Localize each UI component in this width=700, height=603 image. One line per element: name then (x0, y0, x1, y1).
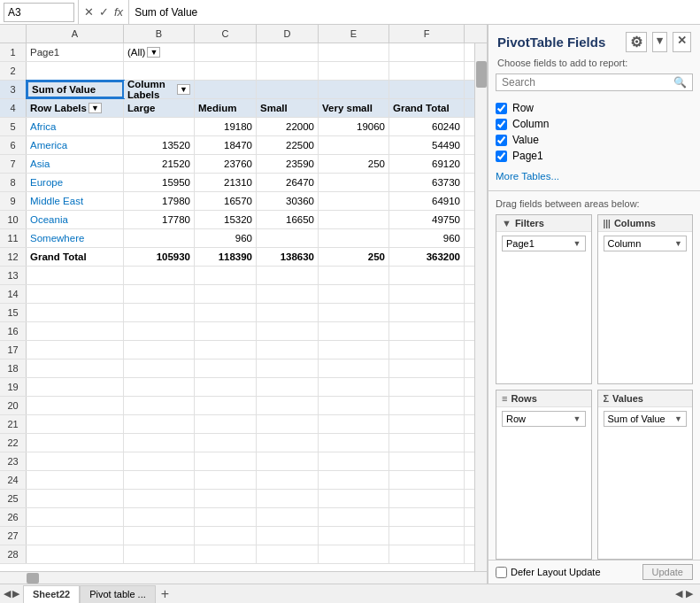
cell-c9[interactable]: 16570 (195, 192, 257, 210)
defer-checkbox[interactable]: Defer Layout Update (496, 567, 601, 578)
tab-sheet22[interactable]: Sheet22 (23, 585, 80, 603)
cell-f2[interactable] (389, 62, 465, 80)
cell-d4[interactable]: Small (257, 99, 319, 117)
cell-c3[interactable] (195, 81, 257, 98)
cell-d8[interactable]: 26470 (257, 174, 319, 191)
cell-b8[interactable]: 15950 (124, 174, 195, 191)
page-filter-dropdown[interactable]: ▼ (147, 47, 160, 58)
cell-d6[interactable]: 22500 (257, 136, 319, 154)
cell-b10[interactable]: 17780 (124, 211, 195, 228)
cell-e9[interactable] (319, 192, 389, 210)
cell-a4[interactable]: Row Labels ▼ (27, 99, 124, 117)
cell-f9[interactable]: 64910 (389, 192, 465, 210)
cell-b12[interactable]: 105930 (124, 248, 195, 266)
cell-c5[interactable]: 19180 (195, 118, 257, 135)
cell-e5[interactable]: 19060 (319, 118, 389, 135)
cell-b11[interactable] (124, 229, 195, 247)
cell-e7[interactable]: 250 (319, 155, 389, 173)
cell-e2[interactable] (319, 62, 389, 80)
cell-b5[interactable] (124, 118, 195, 135)
chevron-down-icon[interactable]: ▾ (652, 32, 667, 52)
cell-e11[interactable] (319, 229, 389, 247)
cell-c6[interactable]: 18470 (195, 136, 257, 154)
vertical-scrollbar[interactable] (474, 43, 487, 571)
cell-a10[interactable]: Oceania (27, 211, 124, 228)
values-dropdown-arrow[interactable]: ▼ (674, 414, 682, 423)
search-box[interactable]: 🔍 (496, 73, 693, 91)
cell-a5[interactable]: Africa (27, 118, 124, 135)
cell-d7[interactable]: 23590 (257, 155, 319, 173)
cell-c12[interactable]: 118390 (195, 248, 257, 266)
cell-c11[interactable]: 960 (195, 229, 257, 247)
cell-a2[interactable] (27, 62, 124, 80)
cell-e3[interactable] (319, 81, 389, 98)
filters-dropdown-arrow[interactable]: ▼ (573, 239, 581, 248)
cell-c2[interactable] (195, 62, 257, 80)
cell-f4[interactable]: Grand Total (389, 99, 465, 117)
defer-checkbox-input[interactable] (496, 567, 507, 578)
more-tables-link[interactable]: More Tables... (488, 167, 700, 187)
cell-a1[interactable]: Page1 (27, 43, 124, 61)
list-item[interactable]: Value (496, 132, 693, 148)
cell-a11[interactable]: Somewhere (27, 229, 124, 247)
rows-dropdown-arrow[interactable]: ▼ (573, 414, 581, 423)
cell-f12[interactable]: 363200 (389, 248, 465, 266)
cell-a6[interactable]: America (27, 136, 124, 154)
cell-c10[interactable]: 15320 (195, 211, 257, 228)
cell-c4[interactable]: Medium (195, 99, 257, 117)
cell-b2[interactable] (124, 62, 195, 80)
filters-dropdown[interactable]: Page1 ▼ (502, 236, 586, 251)
confirm-icon[interactable]: ✓ (99, 5, 109, 19)
cell-e12[interactable]: 250 (319, 248, 389, 266)
cell-f5[interactable]: 60240 (389, 118, 465, 135)
scroll-thumb[interactable] (476, 61, 487, 88)
cell-e10[interactable] (319, 211, 389, 228)
horizontal-scrollbar[interactable] (0, 571, 487, 584)
cell-f8[interactable]: 63730 (389, 174, 465, 191)
update-button[interactable]: Update (642, 564, 693, 580)
next-sheet-icon[interactable]: ▶ (12, 588, 19, 599)
cell-d3[interactable] (257, 81, 319, 98)
cell-b4[interactable]: Large (124, 99, 195, 117)
row-labels-dropdown[interactable]: ▼ (88, 103, 102, 113)
search-icon[interactable]: 🔍 (673, 76, 687, 89)
h-scroll-thumb[interactable] (27, 573, 39, 584)
rows-dropdown[interactable]: Row ▼ (502, 411, 586, 427)
cell-e8[interactable] (319, 174, 389, 191)
cell-d12[interactable]: 138630 (257, 248, 319, 266)
cell-b1[interactable]: (All) ▼ (124, 43, 195, 61)
add-sheet-button[interactable]: + (156, 586, 174, 602)
columns-dropdown[interactable]: Column ▼ (604, 236, 688, 251)
cell-f11[interactable]: 960 (389, 229, 465, 247)
cell-e4[interactable]: Very small (319, 99, 389, 117)
cell-c8[interactable]: 21310 (195, 174, 257, 191)
field-checkbox-row[interactable] (496, 103, 507, 114)
cell-b9[interactable]: 17980 (124, 192, 195, 210)
field-checkbox-column[interactable] (496, 119, 507, 130)
list-item[interactable]: Page1 (496, 148, 693, 164)
cell-f10[interactable]: 49750 (389, 211, 465, 228)
cell-a7[interactable]: Asia (27, 155, 124, 173)
cell-b7[interactable]: 21520 (124, 155, 195, 173)
cell-c7[interactable]: 23760 (195, 155, 257, 173)
cell-b3[interactable]: Column Labels ▼ (124, 81, 195, 98)
field-checkbox-page1[interactable] (496, 151, 507, 162)
values-dropdown[interactable]: Sum of Value ▼ (604, 411, 688, 427)
cell-a3[interactable]: Sum of Value (27, 81, 124, 98)
settings-icon[interactable]: ⚙ (626, 32, 647, 52)
close-icon[interactable]: ✕ (673, 32, 691, 52)
cell-e6[interactable] (319, 136, 389, 154)
cell-b6[interactable]: 13520 (124, 136, 195, 154)
formula-input[interactable] (129, 6, 696, 19)
cell-a12[interactable]: Grand Total (27, 248, 124, 266)
tab-pivot-table[interactable]: Pivot table ... (80, 585, 156, 603)
cell-d9[interactable]: 30360 (257, 192, 319, 210)
cell-d5[interactable]: 22000 (257, 118, 319, 135)
columns-dropdown-arrow[interactable]: ▼ (674, 239, 682, 248)
grid-body[interactable]: 1 Page1 (All) ▼ 2 (0, 43, 474, 571)
scroll-right-icon[interactable]: ▶ (686, 588, 693, 599)
cell-f7[interactable]: 69120 (389, 155, 465, 173)
search-input[interactable] (502, 76, 673, 89)
scroll-left-icon[interactable]: ◀ (675, 588, 682, 599)
cell-a8[interactable]: Europe (27, 174, 124, 191)
